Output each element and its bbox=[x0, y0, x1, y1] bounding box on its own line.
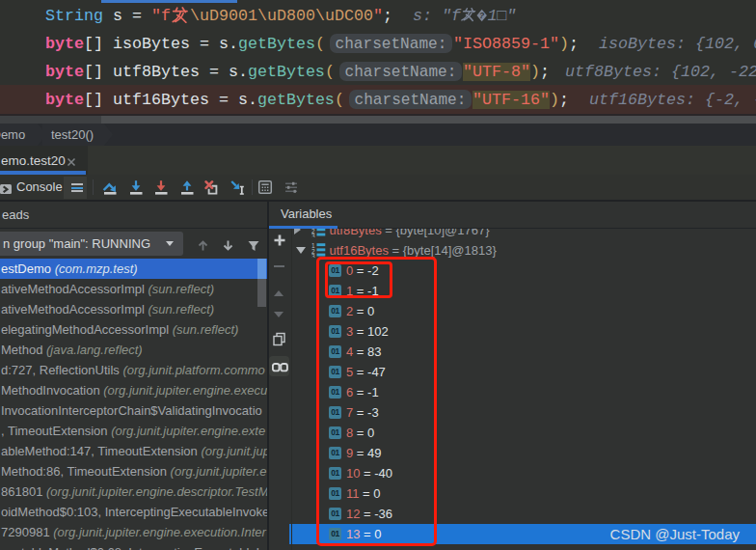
svg-text:3: 3 bbox=[311, 253, 315, 259]
svg-text:?: ? bbox=[479, 10, 485, 19]
svg-text:3: 3 bbox=[311, 233, 315, 238]
